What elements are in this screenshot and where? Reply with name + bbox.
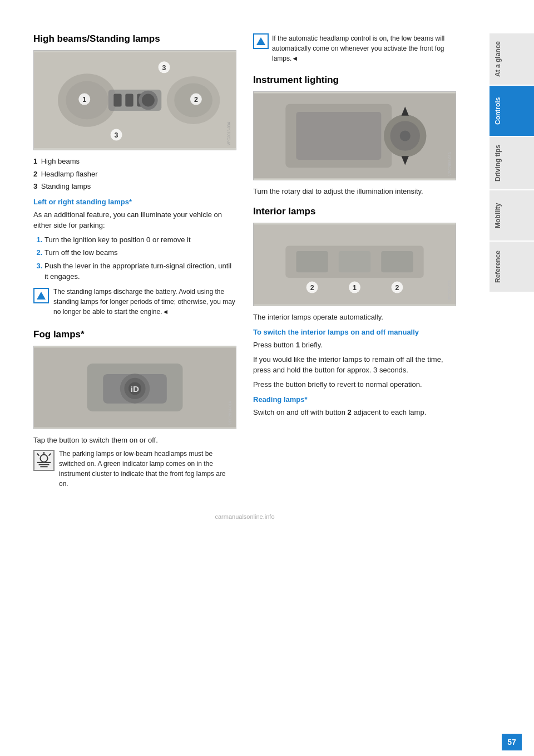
- right-column: If the automatic headlamp control is on,…: [253, 33, 456, 497]
- standing-lamps-steps: Turn the ignition key to position 0 or r…: [44, 234, 236, 282]
- svg-text:2: 2: [395, 283, 399, 291]
- section-instrument-lighting: Instrument lighting VPC28: [253, 75, 456, 197]
- svg-text:2: 2: [194, 96, 198, 104]
- svg-text:3: 3: [115, 131, 118, 139]
- page-number: 57: [502, 734, 522, 750]
- fog-tap-text: Tap the button to switch them on or off.: [33, 435, 236, 446]
- sidebar-tab-mobility[interactable]: Mobility: [490, 190, 534, 240]
- step-3: Push the lever in the appropriate turn-s…: [44, 261, 236, 282]
- sidebar-tab-at-a-glance[interactable]: At a glance: [490, 33, 534, 85]
- svg-rect-51: [381, 251, 413, 272]
- fog-auto-note-text: If the automatic headlamp control is on,…: [272, 33, 456, 63]
- instrument-body: Turn the rotary dial to adjust the illum…: [253, 186, 456, 197]
- svg-point-8: [142, 94, 155, 107]
- svg-text:2: 2: [310, 283, 314, 291]
- image-instrument-lighting: VPC2898-03A: [253, 91, 456, 180]
- image-interior-lamps: 2 1 2 VPC322-03A: [253, 223, 456, 306]
- svg-point-43: [400, 130, 411, 141]
- main-content: High beams/Standing lamps: [0, 0, 478, 756]
- subsection-title-standing-lamps: Left or right standing lamps*: [33, 198, 236, 206]
- svg-text:VPC2898-03A: VPC2898-03A: [448, 151, 452, 175]
- step-2: Turn off the low beams: [44, 247, 236, 258]
- fog-lamps-note: The parking lamps or low-beam headlamps …: [33, 449, 236, 492]
- item-2: 2 Headlamp flasher: [33, 169, 236, 180]
- svg-rect-4: [113, 94, 121, 107]
- page-number-area: 57: [490, 717, 534, 756]
- sidebar: At a glance Controls Driving tips Mobili…: [478, 0, 534, 756]
- interior-switch-para1: Press button 1 briefly.: [253, 340, 456, 351]
- footer-watermark: carmanualsonline.info: [33, 513, 456, 520]
- triangle-icon-right: [253, 33, 269, 49]
- svg-marker-20: [37, 292, 46, 300]
- interior-switch-para3: Press the button briefly to revert to no…: [253, 379, 456, 390]
- svg-rect-50: [339, 251, 370, 272]
- section-title-foglamps: Fog lamps*: [33, 329, 236, 340]
- triangle-icon: [33, 288, 49, 303]
- image-fog-lamps: iD VPC2014-01A: [33, 346, 236, 429]
- section-fog-lamps: Fog lamps* iD VPC2014-01A Tap the button…: [33, 329, 236, 493]
- sidebar-tab-controls[interactable]: Controls: [490, 86, 534, 136]
- section-title-interior: Interior lamps: [253, 206, 456, 217]
- fog-auto-note: If the automatic headlamp control is on,…: [253, 33, 456, 67]
- fog-symbol-icon: [33, 450, 55, 471]
- svg-text:VPC2014-01A: VPC2014-01A: [228, 400, 232, 424]
- standing-lamps-note: The standing lamps discharge the battery…: [33, 287, 236, 320]
- item-1: 1 High beams: [33, 156, 236, 167]
- svg-text:1: 1: [353, 283, 357, 291]
- subsection-title-switch-manually: To switch the interior lamps on and off …: [253, 328, 456, 336]
- high-beams-item-list: 1 High beams 2 Headlamp flasher 3 Standi…: [33, 156, 236, 192]
- standing-lamps-intro: As an additional feature, you can illumi…: [33, 209, 236, 231]
- svg-text:iD: iD: [131, 384, 139, 393]
- section-title-highbeams: High beams/Standing lamps: [33, 33, 236, 45]
- reading-lamps-text: Switch on and off with button 2 adjacent…: [253, 407, 456, 418]
- sidebar-tabs: At a glance Controls Driving tips Mobili…: [490, 33, 534, 292]
- section-high-beams: High beams/Standing lamps: [33, 33, 236, 320]
- svg-rect-5: [125, 94, 133, 107]
- svg-text:3: 3: [162, 64, 166, 72]
- interior-switch-para2: If you would like the interior lamps to …: [253, 354, 456, 376]
- standing-lamps-note-text: The standing lamps discharge the battery…: [53, 287, 236, 317]
- svg-text:VPC2013-03A: VPC2013-03A: [227, 121, 231, 145]
- image-high-beams: 1 2 3 3 VPC2013-03A: [33, 50, 236, 150]
- svg-text:1: 1: [82, 96, 86, 104]
- left-column: High beams/Standing lamps: [33, 33, 236, 497]
- svg-marker-37: [256, 37, 265, 45]
- sidebar-tab-driving-tips[interactable]: Driving tips: [490, 137, 534, 189]
- svg-rect-40: [296, 112, 381, 160]
- sidebar-tab-reference[interactable]: Reference: [490, 242, 534, 292]
- svg-rect-49: [296, 251, 328, 272]
- step-1: Turn the ignition key to position 0 or r…: [44, 234, 236, 246]
- subsection-title-reading-lamps: Reading lamps*: [253, 395, 456, 404]
- svg-text:VPC322-03A: VPC322-03A: [448, 279, 452, 301]
- section-interior-lamps: Interior lamps 2 1: [253, 206, 456, 418]
- interior-body: The interior lamps operate automatically…: [253, 312, 456, 323]
- section-title-instrument: Instrument lighting: [253, 75, 456, 86]
- item-3: 3 Standing lamps: [33, 181, 236, 192]
- fog-lamps-note-text: The parking lamps or low-beam headlamps …: [59, 449, 236, 489]
